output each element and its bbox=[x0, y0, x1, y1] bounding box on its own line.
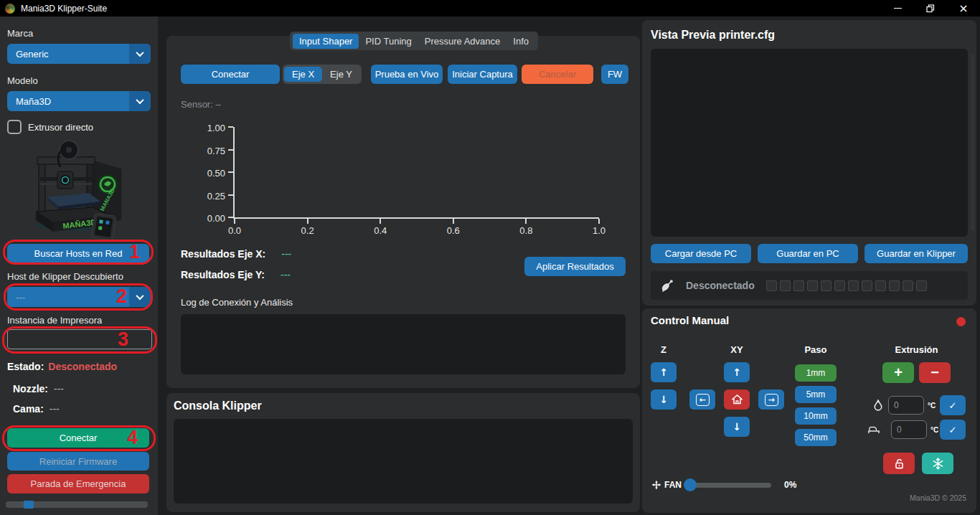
save-to-pc-button[interactable]: Guardar en PC bbox=[758, 244, 858, 263]
axis-toggle-eje-y[interactable]: Eje Y bbox=[322, 67, 360, 82]
hotend-temp-apply-button[interactable]: ✓ bbox=[940, 395, 966, 415]
unlock-icon bbox=[893, 458, 905, 470]
retract-button[interactable]: − bbox=[919, 362, 951, 383]
unlock-motors-button[interactable] bbox=[883, 453, 915, 474]
status-checkbox[interactable] bbox=[903, 280, 913, 291]
results-x-row: Resultados Eje X:--- bbox=[181, 248, 291, 260]
restore-button[interactable] bbox=[914, 0, 947, 16]
status-checkbox[interactable] bbox=[916, 280, 927, 291]
x-tick-label: 1.0 bbox=[593, 225, 606, 236]
nozzle-row: Nozzle:--- bbox=[13, 383, 64, 394]
cancel-button[interactable]: Cancelar bbox=[522, 65, 593, 84]
status-checkbox[interactable] bbox=[821, 280, 831, 291]
printer-cfg-preview[interactable] bbox=[651, 49, 968, 237]
axis-toggle: Eje XEje Y bbox=[283, 65, 362, 84]
live-test-label: Prueba en Vivo bbox=[375, 69, 439, 80]
brand-select-value: Generic bbox=[7, 49, 129, 60]
restore-icon bbox=[926, 4, 935, 13]
brand-select[interactable]: Generic bbox=[7, 44, 151, 64]
status-checkbox[interactable] bbox=[766, 280, 777, 291]
status-indicator-dot bbox=[956, 317, 966, 326]
center-connect-label: Conectar bbox=[212, 69, 250, 80]
sensor-status: Sensor: – bbox=[181, 99, 221, 110]
minimize-button[interactable] bbox=[881, 0, 914, 16]
fw-button[interactable]: FW bbox=[601, 65, 628, 84]
z-column-label: Z bbox=[651, 344, 677, 355]
manual-control-title: Control Manual bbox=[651, 314, 729, 326]
arrow-up-icon: ↑ bbox=[732, 367, 741, 378]
preview-scrollbar[interactable] bbox=[971, 55, 974, 231]
extrude-button[interactable]: + bbox=[882, 362, 914, 383]
z-up-button[interactable]: ↑ bbox=[651, 362, 677, 382]
axis-toggle-eje-x[interactable]: Eje X bbox=[284, 67, 322, 82]
y-plus-button[interactable]: ↑ bbox=[724, 362, 750, 382]
hotend-temp-input[interactable] bbox=[888, 396, 924, 415]
cooldown-button[interactable] bbox=[922, 453, 953, 474]
bed-label: Cama: bbox=[13, 403, 44, 415]
center-connect-button[interactable]: Conectar bbox=[181, 65, 280, 84]
z-down-button[interactable]: ↓ bbox=[651, 389, 677, 410]
status-checkbox[interactable] bbox=[807, 280, 818, 291]
step-10mm[interactable]: 10mm bbox=[795, 407, 837, 425]
status-checkbox[interactable] bbox=[780, 280, 791, 291]
satellite-dish-icon bbox=[659, 278, 675, 293]
xy-column-label: XY bbox=[711, 344, 763, 355]
brand-label: Marca bbox=[7, 28, 33, 39]
load-from-pc-button[interactable]: Cargar desde PC bbox=[651, 244, 751, 263]
fan-label: FAN bbox=[664, 480, 682, 490]
annotation-number-3: 3 bbox=[118, 329, 128, 351]
step-1mm[interactable]: 1mm bbox=[795, 364, 837, 382]
step-5mm[interactable]: 5mm bbox=[795, 386, 837, 403]
start-capture-button[interactable]: Iniciar Captura bbox=[448, 65, 517, 84]
klipper-console[interactable] bbox=[174, 419, 633, 504]
bed-temp-input[interactable] bbox=[891, 420, 927, 439]
bed-temp-icon bbox=[867, 425, 880, 435]
y-tick-label: 0.25 bbox=[194, 190, 225, 201]
fan-slider-thumb[interactable] bbox=[684, 478, 697, 491]
window-title: Mania3D Klipper-Suite bbox=[21, 4, 107, 14]
direct-extruder-row: Extrusor directo bbox=[7, 120, 93, 134]
status-checkbox[interactable] bbox=[848, 280, 859, 291]
start-capture-label: Iniciar Captura bbox=[452, 69, 513, 80]
sidebar-slider-thumb[interactable] bbox=[24, 501, 34, 509]
save-to-klipper-label: Guardar en Klipper bbox=[877, 248, 956, 259]
direct-extruder-checkbox[interactable] bbox=[7, 120, 22, 134]
x-plus-button[interactable]: → bbox=[758, 389, 784, 410]
printer-image: MANA3D MAÑA3D bbox=[23, 140, 136, 242]
arrow-down-icon: ↓ bbox=[732, 421, 741, 433]
step-50mm[interactable]: 50mm bbox=[795, 429, 837, 446]
status-checkbox[interactable] bbox=[793, 280, 804, 291]
bed-temp-unit: °C bbox=[930, 426, 938, 434]
tab-input-shaper[interactable]: Input Shaper bbox=[293, 34, 359, 49]
x-tick-label: 0.8 bbox=[519, 225, 532, 236]
home-button[interactable] bbox=[724, 389, 750, 410]
close-button[interactable]: × bbox=[947, 0, 980, 16]
tab-pressure-advance[interactable]: Pressure Advance bbox=[418, 34, 507, 49]
live-test-button[interactable]: Prueba en Vivo bbox=[371, 65, 443, 84]
emergency-stop-button[interactable]: Parada de Emergencia bbox=[7, 474, 149, 493]
status-checkbox[interactable] bbox=[875, 280, 886, 291]
status-row: Estado:Desconectado bbox=[7, 361, 117, 372]
x-tick-label: 0.6 bbox=[447, 225, 460, 236]
x-minus-button[interactable]: ← bbox=[689, 389, 715, 410]
arrow-left-icon: ← bbox=[696, 394, 710, 406]
status-checkbox[interactable] bbox=[889, 280, 900, 291]
manual-control-panel: Control Manual Z XY Paso Extrusión ↑ ↓ ↑… bbox=[642, 308, 976, 513]
bed-temp-apply-button[interactable]: ✓ bbox=[940, 420, 966, 440]
tab-info[interactable]: Info bbox=[507, 34, 535, 49]
status-checkbox[interactable] bbox=[834, 280, 845, 291]
apply-results-label: Aplicar Resultados bbox=[536, 261, 613, 272]
connection-log[interactable] bbox=[181, 314, 626, 374]
tab-pid-tuning[interactable]: PID Tuning bbox=[359, 34, 418, 49]
connection-status-bar: Desconectado bbox=[651, 271, 968, 300]
restart-firmware-button[interactable]: Reiniciar Firmware bbox=[7, 452, 149, 471]
apply-results-button[interactable]: Aplicar Resultados bbox=[524, 257, 626, 276]
instance-label: Instancia de Impresora bbox=[7, 315, 102, 326]
save-to-klipper-button[interactable]: Guardar en Klipper bbox=[864, 244, 968, 263]
model-select[interactable]: Maña3D bbox=[7, 91, 151, 111]
fan-slider-track[interactable] bbox=[687, 483, 771, 488]
model-label: Modelo bbox=[7, 75, 38, 86]
y-minus-button[interactable]: ↓ bbox=[724, 417, 750, 437]
results-y-label: Resultados Eje Y: bbox=[181, 269, 265, 280]
status-checkbox[interactable] bbox=[862, 280, 872, 291]
